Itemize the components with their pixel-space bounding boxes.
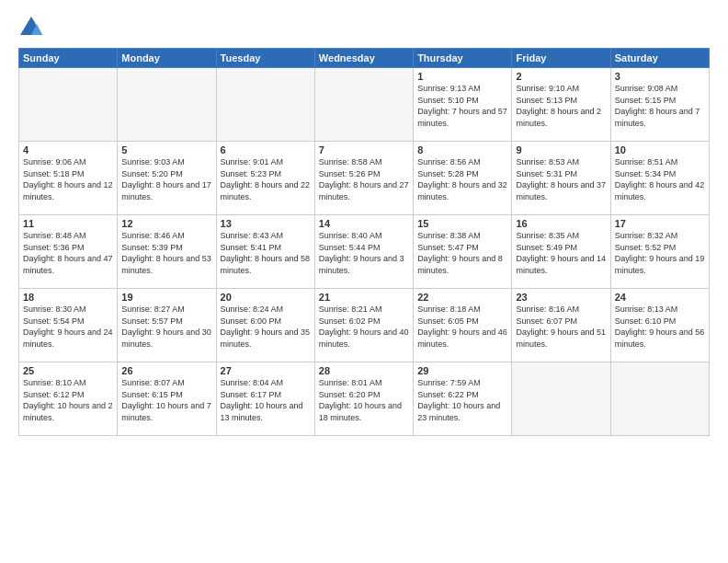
day-info: Sunrise: 9:01 AM Sunset: 5:23 PM Dayligh… — [221, 156, 311, 202]
calendar-body: 1Sunrise: 9:13 AM Sunset: 5:10 PM Daylig… — [19, 68, 710, 436]
day-info: Sunrise: 8:58 AM Sunset: 5:26 PM Dayligh… — [319, 156, 409, 202]
weekday-saturday: Saturday — [610, 49, 709, 68]
day-info: Sunrise: 8:27 AM Sunset: 5:57 PM Dayligh… — [121, 304, 211, 350]
day-number: 10 — [615, 144, 705, 155]
day-number: 25 — [23, 365, 113, 376]
day-info: Sunrise: 9:08 AM Sunset: 5:15 PM Dayligh… — [615, 83, 705, 129]
day-number: 26 — [121, 365, 211, 376]
calendar-cell: 4Sunrise: 9:06 AM Sunset: 5:18 PM Daylig… — [19, 142, 118, 215]
calendar-cell: 8Sunrise: 8:56 AM Sunset: 5:28 PM Daylig… — [414, 142, 512, 215]
day-info: Sunrise: 8:46 AM Sunset: 5:39 PM Dayligh… — [121, 230, 211, 276]
day-info: Sunrise: 8:40 AM Sunset: 5:44 PM Dayligh… — [319, 230, 409, 276]
weekday-sunday: Sunday — [19, 49, 118, 68]
calendar-week-4: 25Sunrise: 8:10 AM Sunset: 6:12 PM Dayli… — [19, 362, 710, 436]
day-info: Sunrise: 8:53 AM Sunset: 5:31 PM Dayligh… — [516, 156, 606, 202]
day-info: Sunrise: 8:16 AM Sunset: 6:07 PM Dayligh… — [516, 304, 606, 350]
calendar-cell: 2Sunrise: 9:10 AM Sunset: 5:13 PM Daylig… — [512, 68, 610, 142]
calendar-header: SundayMondayTuesdayWednesdayThursdayFrid… — [19, 49, 710, 68]
calendar-cell: 1Sunrise: 9:13 AM Sunset: 5:10 PM Daylig… — [414, 68, 512, 142]
calendar-cell — [118, 68, 216, 142]
day-info: Sunrise: 8:32 AM Sunset: 5:52 PM Dayligh… — [615, 230, 705, 276]
day-number: 8 — [417, 144, 507, 155]
day-info: Sunrise: 8:35 AM Sunset: 5:49 PM Dayligh… — [516, 230, 606, 276]
day-number: 7 — [319, 144, 409, 155]
calendar-cell: 17Sunrise: 8:32 AM Sunset: 5:52 PM Dayli… — [610, 215, 709, 289]
calendar-cell — [610, 362, 709, 436]
day-number: 19 — [121, 292, 211, 303]
calendar-cell: 5Sunrise: 9:03 AM Sunset: 5:20 PM Daylig… — [118, 142, 216, 215]
day-number: 28 — [319, 365, 409, 376]
calendar-cell: 27Sunrise: 8:04 AM Sunset: 6:17 PM Dayli… — [216, 362, 314, 436]
calendar-cell: 7Sunrise: 8:58 AM Sunset: 5:26 PM Daylig… — [314, 142, 413, 215]
logo — [18, 15, 48, 40]
day-info: Sunrise: 8:10 AM Sunset: 6:12 PM Dayligh… — [23, 377, 113, 423]
day-number: 9 — [516, 144, 606, 155]
day-info: Sunrise: 8:07 AM Sunset: 6:15 PM Dayligh… — [121, 377, 211, 423]
calendar-cell: 26Sunrise: 8:07 AM Sunset: 6:15 PM Dayli… — [118, 362, 216, 436]
calendar-cell — [314, 68, 413, 142]
day-number: 18 — [23, 292, 113, 303]
day-number: 2 — [516, 71, 606, 82]
weekday-friday: Friday — [512, 49, 610, 68]
calendar-cell: 10Sunrise: 8:51 AM Sunset: 5:34 PM Dayli… — [610, 142, 709, 215]
day-info: Sunrise: 9:13 AM Sunset: 5:10 PM Dayligh… — [417, 83, 507, 129]
day-info: Sunrise: 9:10 AM Sunset: 5:13 PM Dayligh… — [516, 83, 606, 129]
day-number: 20 — [221, 292, 311, 303]
weekday-thursday: Thursday — [414, 49, 512, 68]
day-number: 5 — [121, 144, 211, 155]
weekday-monday: Monday — [118, 49, 216, 68]
day-info: Sunrise: 8:01 AM Sunset: 6:20 PM Dayligh… — [319, 377, 409, 423]
day-info: Sunrise: 8:30 AM Sunset: 5:54 PM Dayligh… — [23, 304, 113, 350]
calendar-cell: 24Sunrise: 8:13 AM Sunset: 6:10 PM Dayli… — [610, 289, 709, 362]
day-number: 14 — [319, 218, 409, 229]
calendar-cell: 29Sunrise: 7:59 AM Sunset: 6:22 PM Dayli… — [414, 362, 512, 436]
calendar-cell: 15Sunrise: 8:38 AM Sunset: 5:47 PM Dayli… — [414, 215, 512, 289]
day-number: 4 — [23, 144, 113, 155]
weekday-header-row: SundayMondayTuesdayWednesdayThursdayFrid… — [19, 49, 710, 68]
day-info: Sunrise: 8:43 AM Sunset: 5:41 PM Dayligh… — [221, 230, 311, 276]
day-info: Sunrise: 8:04 AM Sunset: 6:17 PM Dayligh… — [221, 377, 311, 423]
day-info: Sunrise: 9:06 AM Sunset: 5:18 PM Dayligh… — [23, 156, 113, 202]
weekday-wednesday: Wednesday — [314, 49, 413, 68]
calendar-cell: 14Sunrise: 8:40 AM Sunset: 5:44 PM Dayli… — [314, 215, 413, 289]
page-header — [18, 15, 710, 40]
day-info: Sunrise: 8:56 AM Sunset: 5:28 PM Dayligh… — [417, 156, 507, 202]
logo-icon — [18, 15, 44, 40]
calendar-week-0: 1Sunrise: 9:13 AM Sunset: 5:10 PM Daylig… — [19, 68, 710, 142]
day-number: 29 — [417, 365, 507, 376]
calendar-cell: 21Sunrise: 8:21 AM Sunset: 6:02 PM Dayli… — [314, 289, 413, 362]
calendar-cell: 11Sunrise: 8:48 AM Sunset: 5:36 PM Dayli… — [19, 215, 118, 289]
day-number: 27 — [221, 365, 311, 376]
day-number: 24 — [615, 292, 705, 303]
calendar-week-2: 11Sunrise: 8:48 AM Sunset: 5:36 PM Dayli… — [19, 215, 710, 289]
day-info: Sunrise: 8:21 AM Sunset: 6:02 PM Dayligh… — [319, 304, 409, 350]
day-number: 17 — [615, 218, 705, 229]
day-info: Sunrise: 8:51 AM Sunset: 5:34 PM Dayligh… — [615, 156, 705, 202]
day-number: 1 — [417, 71, 507, 82]
calendar-cell: 28Sunrise: 8:01 AM Sunset: 6:20 PM Dayli… — [314, 362, 413, 436]
day-info: Sunrise: 9:03 AM Sunset: 5:20 PM Dayligh… — [121, 156, 211, 202]
day-number: 11 — [23, 218, 113, 229]
calendar-cell: 6Sunrise: 9:01 AM Sunset: 5:23 PM Daylig… — [216, 142, 314, 215]
day-number: 23 — [516, 292, 606, 303]
calendar-cell: 18Sunrise: 8:30 AM Sunset: 5:54 PM Dayli… — [19, 289, 118, 362]
calendar-cell: 12Sunrise: 8:46 AM Sunset: 5:39 PM Dayli… — [118, 215, 216, 289]
calendar-cell — [216, 68, 314, 142]
day-info: Sunrise: 8:38 AM Sunset: 5:47 PM Dayligh… — [417, 230, 507, 276]
calendar-cell: 25Sunrise: 8:10 AM Sunset: 6:12 PM Dayli… — [19, 362, 118, 436]
calendar-cell: 22Sunrise: 8:18 AM Sunset: 6:05 PM Dayli… — [414, 289, 512, 362]
calendar-cell: 19Sunrise: 8:27 AM Sunset: 5:57 PM Dayli… — [118, 289, 216, 362]
calendar-cell: 13Sunrise: 8:43 AM Sunset: 5:41 PM Dayli… — [216, 215, 314, 289]
calendar-cell — [19, 68, 118, 142]
calendar-week-1: 4Sunrise: 9:06 AM Sunset: 5:18 PM Daylig… — [19, 142, 710, 215]
day-number: 13 — [221, 218, 311, 229]
day-info: Sunrise: 8:48 AM Sunset: 5:36 PM Dayligh… — [23, 230, 113, 276]
day-number: 12 — [121, 218, 211, 229]
calendar-cell: 3Sunrise: 9:08 AM Sunset: 5:15 PM Daylig… — [610, 68, 709, 142]
day-number: 21 — [319, 292, 409, 303]
day-info: Sunrise: 8:13 AM Sunset: 6:10 PM Dayligh… — [615, 304, 705, 350]
calendar-cell: 20Sunrise: 8:24 AM Sunset: 6:00 PM Dayli… — [216, 289, 314, 362]
day-number: 16 — [516, 218, 606, 229]
calendar-cell — [512, 362, 610, 436]
calendar-cell: 9Sunrise: 8:53 AM Sunset: 5:31 PM Daylig… — [512, 142, 610, 215]
